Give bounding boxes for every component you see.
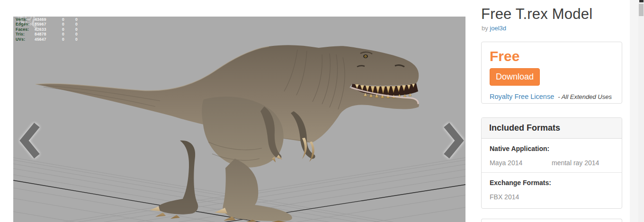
download-button[interactable]: Download [490, 68, 540, 86]
next-image-button[interactable] [443, 122, 465, 159]
included-formats-panel: Included Formats Native Application: May… [481, 117, 622, 209]
price-label: Free [490, 49, 614, 64]
exchange-formats-section: Exchange Formats: FBX 2014 [482, 172, 622, 206]
scrollbar-up-arrow[interactable] [639, 0, 644, 2]
previous-image-button[interactable] [19, 122, 41, 159]
byline-prefix: by [482, 25, 488, 32]
exchange-formats-heading: Exchange Formats: [490, 179, 614, 186]
page-title: Free T.rex Model [481, 6, 592, 23]
royalty-free-license-link[interactable]: Royalty Free License [490, 93, 554, 100]
next-panel-top-edge [481, 219, 622, 222]
byline: by joel3d [482, 25, 506, 32]
chevron-left-icon [19, 122, 41, 159]
scrollbar-track[interactable] [638, 0, 644, 222]
product-page: HQ OFF Verts: 43469 0 0 Edges: 85967 0 0… [0, 0, 644, 222]
scrollbar-thumb[interactable] [639, 4, 644, 16]
author-link[interactable]: joel3d [490, 25, 506, 32]
trex-render [13, 17, 465, 222]
hud-row-verts: Verts: 43469 0 0 [16, 17, 89, 22]
hud-row-edges: Edges: 85967 0 0 [16, 22, 89, 27]
hud-row-tris: Tris: 84878 0 0 [16, 32, 89, 36]
included-formats-title: Included Formats [482, 118, 622, 139]
hud-row-faces: Faces: 42633 0 0 [16, 27, 89, 32]
format-maya: Maya 2014 [490, 159, 552, 167]
license-suffix: - All Extended Uses [558, 93, 612, 100]
native-application-heading: Native Application: [490, 145, 614, 152]
price-panel: Free Download Royalty Free License - All… [481, 42, 622, 104]
hud-row-uvs: UVs: 45647 0 0 [16, 37, 89, 42]
polycount-hud: Verts: 43469 0 0 Edges: 85967 0 0 Faces:… [16, 17, 89, 42]
chevron-right-icon [443, 122, 465, 159]
format-fbx: FBX 2014 [490, 193, 557, 201]
native-application-section: Native Application: Maya 2014 mental ray… [482, 139, 622, 172]
model-preview-viewport[interactable]: HQ OFF Verts: 43469 0 0 Edges: 85967 0 0… [13, 17, 465, 222]
format-mental-ray: mental ray 2014 [552, 159, 614, 167]
license-row: Royalty Free License - All Extended Uses [490, 93, 614, 100]
